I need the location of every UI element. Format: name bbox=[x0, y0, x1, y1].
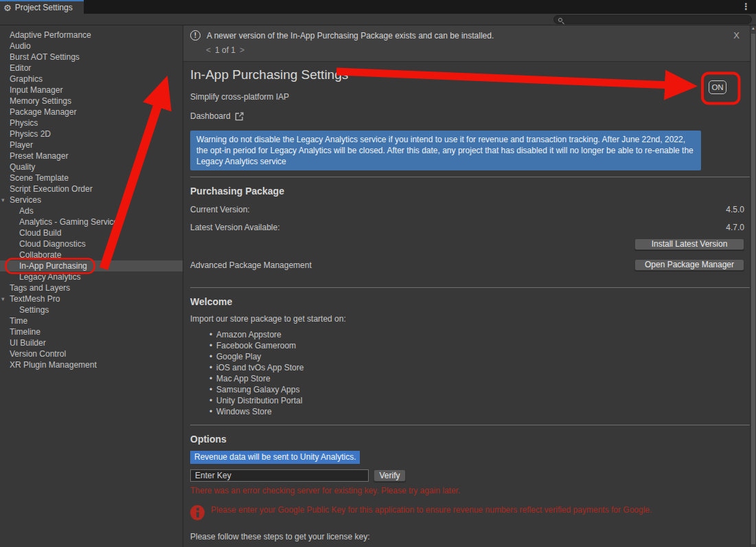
window-title: Project Settings bbox=[15, 3, 73, 12]
sidebar-item-player[interactable]: Player bbox=[0, 139, 183, 150]
key-check-error-text: There was an error checking server for e… bbox=[190, 486, 750, 495]
notification-message: A newer version of the In-App Purchasing… bbox=[207, 31, 494, 41]
sidebar-item-label: Burst AOT Settings bbox=[10, 52, 80, 62]
sidebar-item-timeline[interactable]: Timeline bbox=[0, 326, 183, 337]
kebab-menu-icon[interactable]: ⋮ bbox=[742, 1, 751, 12]
dashboard-link[interactable]: Dashboard bbox=[190, 111, 231, 121]
foldout-arrow-icon[interactable]: ▾ bbox=[1, 194, 5, 205]
sidebar-item-input-manager[interactable]: Input Manager bbox=[0, 85, 183, 96]
sidebar-item-ui-builder[interactable]: UI Builder bbox=[0, 337, 183, 348]
store-list: Amazon AppstoreFacebook GameroomGoogle P… bbox=[190, 329, 750, 417]
sidebar-item-textmesh-pro[interactable]: ▾TextMesh Pro bbox=[0, 293, 183, 304]
sidebar-item-xr-plugin-management[interactable]: XR Plugin Management bbox=[0, 359, 183, 370]
sidebar-item-legacy-analytics[interactable]: Legacy Analytics bbox=[0, 271, 183, 282]
open-package-manager-button[interactable]: Open Package Manager bbox=[634, 259, 744, 271]
section-heading-options: Options bbox=[190, 434, 750, 445]
sidebar-item-label: Input Manager bbox=[10, 85, 62, 95]
sidebar-item-label: Physics 2D bbox=[10, 129, 51, 139]
pager-next-icon[interactable]: > bbox=[240, 45, 244, 55]
analytics-note-badge: Revenue data will be sent to Unity Analy… bbox=[190, 451, 360, 464]
sidebar-item-quality[interactable]: Quality bbox=[0, 161, 183, 172]
store-list-item: Google Play bbox=[190, 351, 750, 362]
welcome-intro: Import our store package to get started … bbox=[190, 314, 750, 324]
advanced-package-management-label: Advanced Package Management bbox=[190, 260, 312, 270]
sidebar-item-label: Collaborate bbox=[19, 250, 61, 260]
section-heading-welcome: Welcome bbox=[190, 296, 750, 307]
page-title: In-App Purchasing Settings bbox=[190, 67, 750, 82]
search-input[interactable] bbox=[565, 15, 740, 25]
store-list-item: Amazon Appstore bbox=[190, 329, 750, 340]
sidebar-item-physics-2d[interactable]: Physics 2D bbox=[0, 129, 183, 139]
sidebar-item-audio[interactable]: Audio bbox=[0, 41, 183, 52]
sidebar-item-preset-manager[interactable]: Preset Manager bbox=[0, 150, 183, 161]
close-icon[interactable]: X bbox=[733, 30, 740, 41]
sidebar-item-editor[interactable]: Editor bbox=[0, 63, 183, 74]
pager-prev-icon[interactable]: < bbox=[206, 45, 211, 55]
store-list-item: Windows Store bbox=[190, 406, 750, 417]
sidebar-item-analytics-gaming-services[interactable]: Analytics - Gaming Services bbox=[0, 216, 183, 227]
store-list-item: Mac App Store bbox=[190, 373, 750, 384]
sidebar-item-version-control[interactable]: Version Control bbox=[0, 348, 183, 359]
foldout-arrow-icon[interactable]: ▾ bbox=[1, 293, 5, 304]
sidebar-item-collaborate[interactable]: Collaborate bbox=[0, 249, 183, 260]
sidebar-item-scene-template[interactable]: Scene Template bbox=[0, 172, 183, 183]
sidebar-item-label: Script Execution Order bbox=[10, 184, 93, 194]
notification-exclamation-icon: ! bbox=[190, 30, 201, 41]
sidebar-item-services[interactable]: ▾Services bbox=[0, 194, 183, 205]
sidebar-item-label: Adaptive Performance bbox=[10, 30, 91, 40]
install-latest-version-button[interactable]: Install Latest Version bbox=[634, 238, 744, 250]
settings-content-panel: ! A newer version of the In-App Purchasi… bbox=[183, 25, 756, 547]
scrollbar-thumb[interactable] bbox=[751, 34, 755, 544]
sidebar-item-cloud-diagnostics[interactable]: Cloud Diagnostics bbox=[0, 238, 183, 249]
error-icon bbox=[190, 505, 205, 520]
sidebar-item-label: Settings bbox=[19, 305, 49, 315]
sidebar-item-physics[interactable]: Physics bbox=[0, 118, 183, 129]
sidebar-item-cloud-build[interactable]: Cloud Build bbox=[0, 227, 183, 238]
notification-pager: < 1 of 1 > bbox=[183, 45, 750, 55]
tab-project-settings[interactable]: ⚙ Project Settings bbox=[0, 0, 84, 14]
verify-button[interactable]: Verify bbox=[374, 469, 406, 482]
sidebar-item-script-execution-order[interactable]: Script Execution Order bbox=[0, 183, 183, 194]
sidebar-item-settings[interactable]: Settings bbox=[0, 304, 183, 315]
sidebar-item-graphics[interactable]: Graphics bbox=[0, 74, 183, 85]
sidebar-item-label: TextMesh Pro bbox=[10, 294, 60, 304]
vertical-scrollbar[interactable]: ▲ bbox=[750, 25, 756, 547]
google-key-input[interactable] bbox=[190, 469, 369, 482]
sidebar-item-label: In-App Purchasing bbox=[19, 261, 87, 271]
latest-version-value: 4.7.0 bbox=[726, 223, 744, 232]
sidebar-item-label: Cloud Build bbox=[19, 228, 61, 238]
subtitle-label: Simplify cross-platform IAP bbox=[190, 92, 750, 102]
sidebar-item-label: Audio bbox=[10, 41, 31, 51]
sidebar-item-label: Legacy Analytics bbox=[19, 272, 80, 282]
store-list-item: iOS and tvOs App Store bbox=[190, 362, 750, 373]
sidebar-item-label: Time bbox=[10, 316, 27, 326]
sidebar-item-label: Tags and Layers bbox=[10, 283, 70, 293]
sidebar-item-ads[interactable]: Ads bbox=[0, 205, 183, 216]
sidebar-item-label: Physics bbox=[10, 118, 38, 128]
sidebar-item-time[interactable]: Time bbox=[0, 315, 183, 326]
scroll-up-arrow-icon[interactable]: ▲ bbox=[751, 26, 756, 30]
sidebar-item-label: Analytics - Gaming Services bbox=[19, 217, 122, 227]
sidebar-item-burst-aot-settings[interactable]: Burst AOT Settings bbox=[0, 52, 183, 63]
store-list-item: Facebook Gameroom bbox=[190, 340, 750, 351]
sidebar-item-adaptive-performance[interactable]: Adaptive Performance bbox=[0, 30, 183, 41]
current-version-value: 4.5.0 bbox=[726, 205, 744, 214]
external-link-icon[interactable] bbox=[235, 112, 244, 121]
search-icon bbox=[558, 18, 562, 22]
legacy-analytics-warning-box: Warning do not disable the Legacy Analyt… bbox=[190, 131, 701, 170]
gear-icon: ⚙ bbox=[3, 3, 12, 12]
sidebar-item-label: Services bbox=[10, 195, 41, 205]
sidebar-item-memory-settings[interactable]: Memory Settings bbox=[0, 96, 183, 107]
window-tab-bar: ⚙ Project Settings ⋮ bbox=[0, 0, 756, 14]
search-field[interactable] bbox=[553, 15, 752, 24]
section-divider bbox=[190, 177, 750, 177]
package-update-notification: ! A newer version of the In-App Purchasi… bbox=[183, 25, 750, 62]
sidebar-item-in-app-purchasing[interactable]: In-App Purchasing bbox=[0, 260, 183, 271]
section-divider bbox=[190, 287, 750, 288]
sidebar-item-package-manager[interactable]: Package Manager bbox=[0, 107, 183, 118]
sidebar-item-label: Version Control bbox=[10, 349, 66, 359]
sidebar-item-tags-and-layers[interactable]: Tags and Layers bbox=[0, 282, 183, 293]
iap-toggle-on-button[interactable]: ON bbox=[709, 80, 726, 94]
store-list-item: Unity Distribution Portal bbox=[190, 395, 750, 406]
section-divider bbox=[190, 425, 750, 425]
